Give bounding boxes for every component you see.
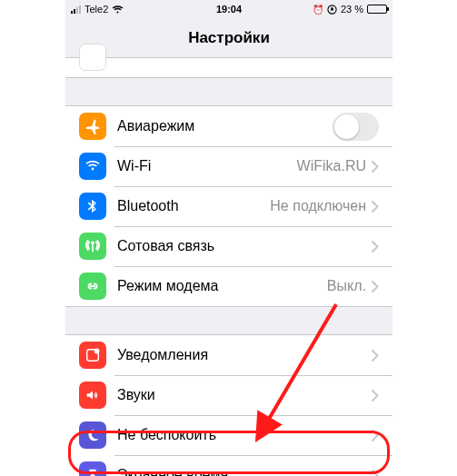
row-dnd[interactable]: Не беспокоить — [65, 415, 392, 455]
row-sounds[interactable]: Звуки — [65, 375, 392, 415]
battery-icon — [367, 5, 387, 14]
row-airplane[interactable]: Авиарежим — [65, 106, 392, 146]
chevron-right-icon — [372, 350, 379, 362]
settings-screen: Tele2 19:04 ⏰ 23 % Настройки Авиарежим — [65, 0, 392, 476]
group-connectivity: Авиарежим Wi-Fi WiFika.RU Bluetooth Не п… — [65, 105, 392, 307]
hourglass-icon — [79, 461, 106, 476]
chevron-right-icon — [372, 390, 379, 402]
page-title: Настройки — [188, 29, 270, 47]
row-bluetooth[interactable]: Bluetooth Не подключен — [65, 186, 392, 226]
row-wifi[interactable]: Wi-Fi WiFika.RU — [65, 146, 392, 186]
row-label: Уведомления — [117, 347, 372, 363]
group-notices: Уведомления Звуки Не беспокоить Экранное… — [65, 334, 392, 476]
row-label: Сотовая связь — [117, 238, 372, 254]
row-label: Режим модема — [117, 278, 327, 294]
chevron-right-icon — [372, 201, 379, 213]
row-label: Экранное время — [117, 467, 372, 476]
row-value: Не подключен — [270, 198, 366, 214]
link-icon — [79, 273, 106, 300]
row-screentime[interactable]: Экранное время — [65, 455, 392, 476]
bluetooth-icon — [79, 193, 106, 220]
sounds-icon — [79, 382, 106, 409]
partial-previous-row — [65, 58, 392, 78]
row-label: Bluetooth — [117, 198, 270, 214]
row-label: Звуки — [117, 387, 372, 403]
row-label: Не беспокоить — [117, 427, 372, 443]
row-cellular[interactable]: Сотовая связь — [65, 226, 392, 266]
row-hotspot[interactable]: Режим модема Выкл. — [65, 266, 392, 306]
row-label: Wi-Fi — [117, 158, 297, 174]
wifi-icon — [79, 153, 106, 180]
clock: 19:04 — [65, 4, 392, 15]
chevron-right-icon — [372, 430, 379, 441]
chevron-right-icon — [372, 161, 379, 173]
row-value: WiFika.RU — [297, 158, 366, 174]
airplane-switch[interactable] — [333, 113, 379, 141]
status-bar: Tele2 19:04 ⏰ 23 % — [65, 0, 392, 18]
svg-point-2 — [94, 349, 100, 354]
chevron-right-icon — [372, 281, 379, 293]
chevron-right-icon — [372, 470, 379, 477]
moon-icon — [79, 421, 106, 449]
row-label: Авиарежим — [117, 118, 333, 134]
chevron-right-icon — [372, 241, 379, 253]
airplane-icon — [79, 113, 106, 140]
row-value: Выкл. — [327, 278, 366, 294]
antenna-icon — [79, 233, 106, 260]
row-notifications[interactable]: Уведомления — [65, 335, 392, 375]
notifications-icon — [79, 342, 106, 369]
nav-bar: Настройки — [65, 18, 392, 58]
